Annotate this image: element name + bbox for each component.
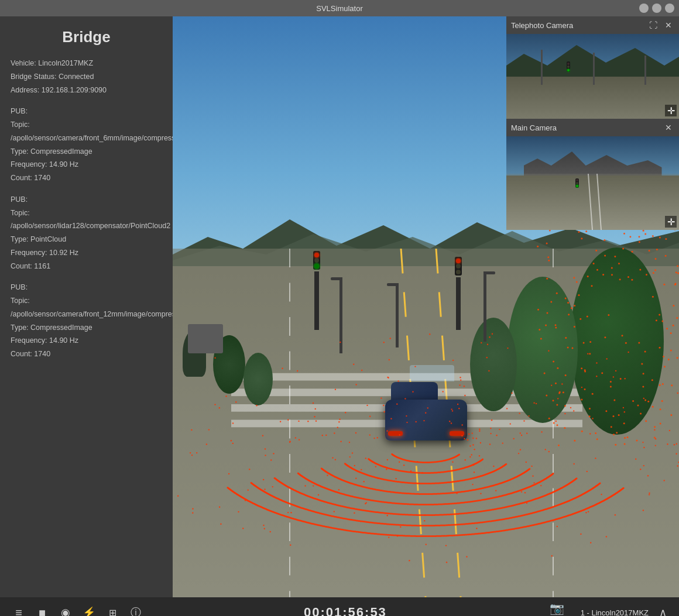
tele-traffic-light xyxy=(567,61,570,72)
freq-label-2: Frequency: 14.90 Hz xyxy=(11,335,162,346)
main-camera-panel: Main Camera ✕ xyxy=(506,119,679,230)
freq-label-1: Frequency: 10.92 Hz xyxy=(11,247,162,259)
street-light-1 xyxy=(340,277,342,353)
bridge-status-label: Bridge Status: Connected xyxy=(11,71,162,82)
stop-icon: ■ xyxy=(39,606,46,617)
count-label-0: Count: 1740 xyxy=(11,173,162,184)
connection-button[interactable]: ⚡ xyxy=(77,601,101,616)
vehicle-info-display: 1 - Lincoln2017MKZ xyxy=(581,608,649,617)
minimize-button[interactable] xyxy=(639,4,649,13)
type-label-1: Type: PointCloud xyxy=(11,234,162,245)
maximize-button[interactable] xyxy=(652,4,661,13)
address-label: Address: 192.168.1.209:9090 xyxy=(11,85,162,96)
close-button[interactable] xyxy=(665,4,674,13)
stop-button[interactable]: ■ xyxy=(30,601,54,616)
follow-icon: 📷 xyxy=(550,601,564,615)
car-body xyxy=(385,400,467,441)
telephoto-close-button[interactable]: ✕ xyxy=(663,19,674,31)
titlebar: SVLSimulator xyxy=(0,0,679,16)
topic-value-2: /apollo/sensor/camera/front_12mm/image/c… xyxy=(11,309,162,320)
main-camera-close-button[interactable]: ✕ xyxy=(663,122,674,133)
car-lights-rear-left xyxy=(388,431,403,436)
window-controls xyxy=(639,4,674,13)
tele-pole-2 xyxy=(593,53,595,85)
traffic-light-pole-2 xyxy=(456,277,461,330)
info-button[interactable]: ⓘ xyxy=(124,601,148,616)
main-layout: Bridge Vehicle: Lincoln2017MKZ Bridge St… xyxy=(0,16,679,597)
vehicle-label: Vehicle: Lincoln2017MKZ xyxy=(11,58,162,69)
pub-section-0: PUB: Topic: /apollo/sensor/camera/front_… xyxy=(11,106,162,184)
tele-pole-3 xyxy=(644,56,646,85)
sidebar: Bridge Vehicle: Lincoln2017MKZ Bridge St… xyxy=(0,16,173,597)
pub-section-1: PUB: Topic: /apollo/sensor/lidar128/comp… xyxy=(11,194,162,272)
main-camera-move-button[interactable]: ✛ xyxy=(665,216,677,228)
car-lights-rear-right xyxy=(450,431,464,436)
telephoto-header: Telephoto Camera ⛶ ✕ xyxy=(506,16,679,34)
topic-value-1: /apollo/sensor/lidar128/compensator/Poin… xyxy=(11,221,162,232)
building-left xyxy=(188,324,223,353)
street-light-2 xyxy=(396,283,399,347)
main-camera-title: Main Camera xyxy=(511,123,557,132)
telephoto-controls: ⛶ ✕ xyxy=(647,19,674,31)
svg-rect-2618 xyxy=(506,174,679,230)
topic-label-1: Topic: xyxy=(11,208,162,219)
topic-value-0: /apollo/sensor/camera/front_6mm/image/co… xyxy=(11,133,162,144)
expand-icon: ∧ xyxy=(659,606,667,616)
pub-label-0: PUB: xyxy=(11,106,162,117)
pub-label-1: PUB: xyxy=(11,194,162,205)
topic-label-0: Topic: xyxy=(11,119,162,130)
app-title: SVLSimulator xyxy=(316,4,362,13)
telephoto-title: Telephoto Camera xyxy=(511,21,573,30)
car-vehicle xyxy=(373,400,479,470)
type-label-2: Type: CompressedImage xyxy=(11,322,162,333)
tree-left-3 xyxy=(244,353,273,405)
cam-traffic-light xyxy=(575,178,579,188)
main-camera-header: Main Camera ✕ xyxy=(506,119,679,136)
eye-icon: ◉ xyxy=(61,606,70,616)
expand-button[interactable]: ∧ xyxy=(653,603,672,616)
car-windshield-rear xyxy=(410,365,454,381)
bottombar: ≡ ■ ◉ ⚡ ⊞ ⓘ 00:01:56:53 📷 Follow 1 - Lin… xyxy=(0,597,679,616)
topic-label-2: Topic: xyxy=(11,295,162,307)
freq-label-0: Frequency: 14.90 Hz xyxy=(11,159,162,170)
timer-display: 00:01:56:53 xyxy=(148,605,543,616)
traffic-light-pole-1 xyxy=(314,271,319,330)
street-light-3 xyxy=(483,271,486,342)
main-camera-view: ✛ xyxy=(506,136,679,230)
sidebar-vehicle-section: Vehicle: Lincoln2017MKZ Bridge Status: C… xyxy=(11,58,162,95)
telephoto-view: ✛ xyxy=(506,34,679,119)
count-label-2: Count: 1740 xyxy=(11,349,162,360)
menu-icon: ≡ xyxy=(15,606,22,617)
cam-road-svg xyxy=(506,174,679,230)
pub-label-2: PUB: xyxy=(11,282,162,293)
tree-right-2 xyxy=(507,277,578,423)
tele-pole-1 xyxy=(541,50,543,85)
pub-section-2: PUB: Topic: /apollo/sensor/camera/front_… xyxy=(11,282,162,360)
info-icon: ⓘ xyxy=(131,605,141,616)
tree-right-large xyxy=(570,247,664,435)
viewport-area[interactable]: // Generate lidar dots programmatically … xyxy=(173,16,679,597)
follow-button[interactable]: 📷 Follow xyxy=(543,599,571,616)
telephoto-move-button[interactable]: ✛ xyxy=(665,105,677,116)
plug-icon: ⚡ xyxy=(83,606,95,616)
count-label-1: Count: 1161 xyxy=(11,261,162,272)
gamepad-button[interactable]: ⊞ xyxy=(101,601,124,616)
menu-button[interactable]: ≡ xyxy=(7,601,30,616)
telephoto-expand-button[interactable]: ⛶ xyxy=(647,19,659,31)
gamepad-icon: ⊞ xyxy=(109,607,116,617)
telephoto-camera-panel: Telephoto Camera ⛶ ✕ xyxy=(506,16,679,119)
main-camera-controls: ✕ xyxy=(663,122,674,133)
tree-right-3 xyxy=(470,318,517,411)
sidebar-heading: Bridge xyxy=(11,28,162,46)
visibility-button[interactable]: ◉ xyxy=(54,601,77,616)
type-label-0: Type: CompressedImage xyxy=(11,146,162,157)
